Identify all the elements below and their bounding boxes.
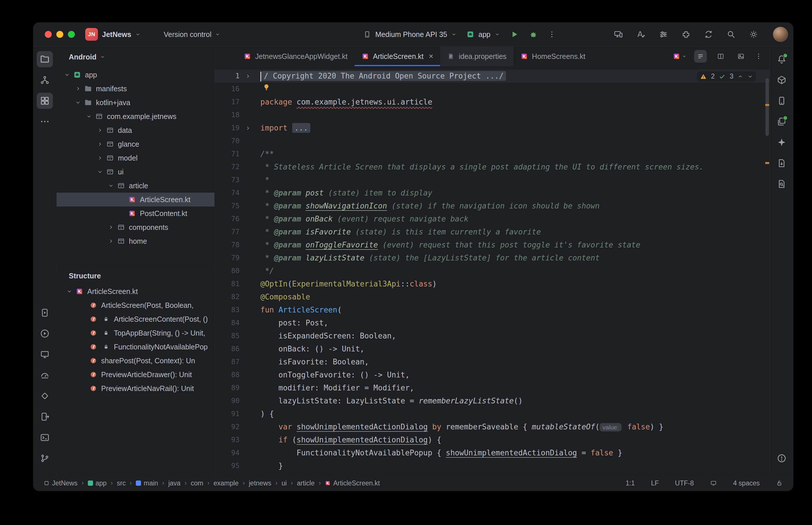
chevron-right-icon[interactable]	[97, 127, 103, 133]
code-line-81[interactable]: 81@OptIn(ExperimentalMaterial3Api::class…	[215, 278, 770, 290]
code-line-92[interactable]: 92 var showUnimplementedActionDialog by …	[215, 420, 770, 433]
hidden-tabs-dropdown[interactable]: K	[673, 52, 686, 60]
device-selector[interactable]: Medium Phone API 35	[363, 30, 457, 39]
breadcrumb-java[interactable]: java	[168, 479, 180, 487]
code-line-74[interactable]: 74 * @param post (state) item to display	[215, 186, 770, 199]
run-button[interactable]	[510, 30, 519, 39]
structure-item[interactable]: fPreviewArticleDrawer(): Unit	[57, 368, 215, 381]
breadcrumb-main[interactable]: main	[136, 479, 158, 487]
code-line-87[interactable]: 87 isFavorite: Boolean,	[215, 356, 770, 369]
code-line-72[interactable]: 72 * Stateless Article Screen that displ…	[215, 161, 770, 174]
terminal-icon[interactable]	[37, 430, 53, 446]
device-manager-icon[interactable]	[773, 93, 790, 109]
search-everywhere-icon[interactable]	[726, 29, 736, 39]
breadcrumb-ArticleScreen.kt[interactable]: KArticleScreen.kt	[325, 479, 380, 487]
structure-item[interactable]: fArticleScreenContent(Post, ()	[57, 312, 215, 326]
code-line-94[interactable]: 94 FunctionalityNotAvailablePopup { show…	[215, 447, 770, 460]
tree-item-ui[interactable]: ui	[57, 165, 215, 179]
code-line-73[interactable]: 73 *	[215, 174, 770, 186]
code-line-71[interactable]: 71/**	[215, 148, 770, 161]
letter-a-pencil-icon[interactable]	[636, 29, 646, 39]
running-devices-icon[interactable]	[37, 305, 53, 321]
breadcrumb-com[interactable]: com	[191, 479, 203, 487]
run-tool-icon[interactable]	[37, 326, 53, 342]
readonly-lock-icon[interactable]	[776, 480, 783, 486]
chevron-down-icon[interactable]	[64, 72, 70, 78]
breadcrumb-app[interactable]: app	[88, 479, 107, 487]
chevron-right-icon[interactable]	[75, 86, 81, 92]
code-editor[interactable]: 1/ Copyright 2020 The Android Open Sourc…	[215, 66, 770, 475]
chevron-down-icon[interactable]	[75, 100, 81, 105]
warning-mark[interactable]	[765, 162, 769, 164]
device-explorer-icon[interactable]	[37, 409, 53, 425]
tree-item-kotlin+java[interactable]: kotlin+java	[57, 95, 215, 109]
code-line-18[interactable]: 18	[215, 109, 770, 122]
tree-item-manifests[interactable]: manifests	[57, 82, 215, 95]
close-button[interactable]	[45, 31, 52, 38]
tree-item-app[interactable]: app	[57, 68, 215, 82]
settings-gear-icon[interactable]	[749, 29, 758, 39]
code-line-84[interactable]: 84 post: Post,	[215, 316, 770, 330]
project-view-selector[interactable]: Android	[57, 46, 215, 67]
error-stripe[interactable]	[764, 66, 770, 475]
indent-setting[interactable]: 4 spaces	[733, 479, 760, 487]
tree-item-home[interactable]: home	[57, 234, 215, 248]
code-line-70[interactable]: 70	[215, 135, 770, 148]
code-line-1[interactable]: 1/ Copyright 2020 The Android Open Sourc…	[215, 70, 770, 82]
gradle-sync-icon[interactable]	[704, 29, 713, 39]
design-view-toggle[interactable]	[735, 50, 747, 63]
structure-item[interactable]: fPreviewArticleNavRail(): Unit	[57, 381, 215, 395]
inspections-widget[interactable]: 2 3	[697, 71, 756, 81]
line-separator[interactable]: LF	[651, 479, 659, 487]
code-line-19[interactable]: 19import ...	[215, 122, 770, 135]
breadcrumb-src[interactable]: src	[117, 479, 126, 487]
editor-tab-ArticleScreen.kt[interactable]: KArticleScreen.kt×	[355, 46, 440, 66]
code-line-76[interactable]: 76 * @param onBack (event) request navig…	[215, 212, 770, 226]
app-inspection-icon[interactable]	[37, 388, 53, 404]
tree-item-com.example.jetnews[interactable]: com.example.jetnews	[57, 109, 215, 123]
chevron-down-icon[interactable]	[97, 169, 103, 175]
code-line-90[interactable]: 90 lazyListState: LazyListState = rememb…	[215, 394, 770, 407]
chevron-down-icon[interactable]	[67, 288, 72, 294]
code-line-78[interactable]: 78 * @param onToggleFavorite (event) req…	[215, 239, 770, 252]
debug-button[interactable]	[529, 30, 538, 39]
code-line-86[interactable]: 86 onBack: () -> Unit,	[215, 343, 770, 356]
code-view-toggle[interactable]	[694, 50, 707, 63]
code-line-89[interactable]: 89 modifier: Modifier = Modifier,	[215, 381, 770, 394]
tree-item-data[interactable]: data	[57, 123, 215, 137]
editor-tab-JetnewsGlanceAppWidget.kt[interactable]: KJetnewsGlanceAppWidget.kt	[237, 46, 355, 66]
warning-mark[interactable]	[765, 104, 769, 106]
chevron-down-icon[interactable]	[86, 114, 92, 119]
more-tools-icon[interactable]	[37, 114, 53, 130]
intention-bulb-icon[interactable]	[262, 83, 271, 92]
editor-preview-icon[interactable]	[710, 480, 717, 486]
code-line-85[interactable]: 85 isExpandedScreen: Boolean,	[215, 330, 770, 343]
minimize-button[interactable]	[56, 31, 63, 38]
breadcrumb-article[interactable]: article	[297, 479, 315, 487]
run-configuration[interactable]: app	[467, 30, 500, 39]
editor-tab-idea.properties[interactable]: idea.properties	[440, 46, 513, 66]
code-line-93[interactable]: 93 if (showUnimplementedActionDialog) {	[215, 433, 770, 447]
device-mirroring-icon[interactable]	[614, 29, 623, 39]
chevron-right-icon[interactable]	[108, 238, 114, 244]
project-tool-icon[interactable]	[37, 51, 53, 67]
structure-item[interactable]: fArticleScreen(Post, Boolean,	[57, 298, 215, 312]
zoom-button[interactable]	[68, 31, 75, 38]
code-line-77[interactable]: 77 * @param isFavorite (state) is this i…	[215, 226, 770, 239]
notifications-bell-icon[interactable]	[773, 51, 790, 67]
chevron-right-icon[interactable]	[108, 224, 114, 230]
gemini-icon[interactable]	[773, 134, 790, 150]
project-menu[interactable]: JN JetNews	[85, 28, 141, 41]
code-line-16[interactable]: 16	[215, 82, 770, 95]
breadcrumb-example[interactable]: example	[213, 479, 239, 487]
structure-root-ArticleScreen.kt[interactable]: KArticleScreen.kt	[57, 284, 215, 298]
breadcrumb-JetNews[interactable]: JetNews	[44, 479, 77, 487]
gradle-tool-icon[interactable]	[773, 72, 790, 88]
caret-position[interactable]: 1:1	[625, 479, 635, 487]
close-tab-icon[interactable]: ×	[429, 52, 433, 60]
breadcrumb-jetnews[interactable]: jetnews	[249, 479, 271, 487]
find-tool-icon[interactable]	[773, 176, 790, 192]
filter-sliders-icon[interactable]	[659, 29, 668, 39]
code-line-95[interactable]: 95 }	[215, 460, 770, 472]
fold-chevron-icon[interactable]	[245, 73, 251, 79]
